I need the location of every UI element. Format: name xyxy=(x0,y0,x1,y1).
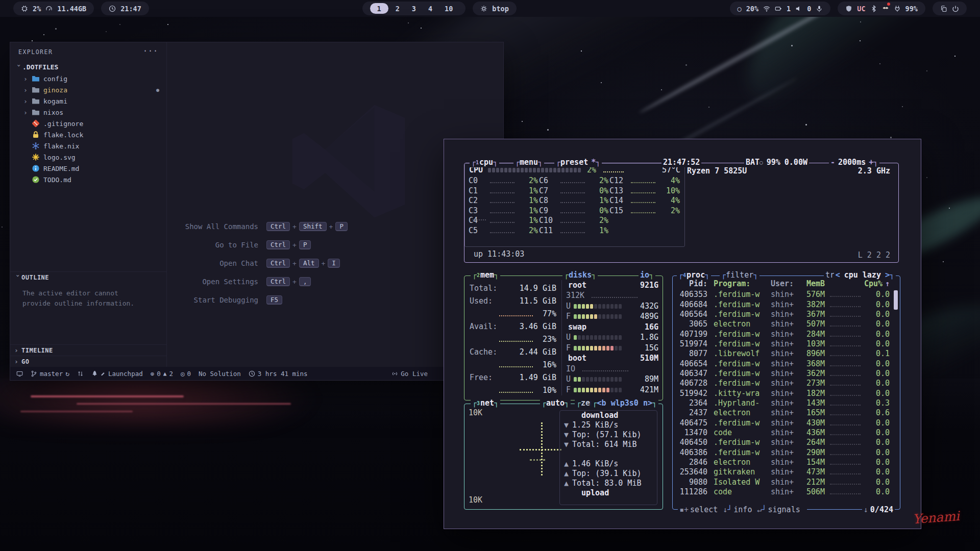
cpu-box-title[interactable]: ┌1cpu┐ xyxy=(470,158,499,167)
rocket-icon xyxy=(91,370,98,377)
core-column-b: C62%C70%C81%C90%C102%C111% xyxy=(539,176,608,236)
tree-root[interactable]: › .DOTFILES xyxy=(10,61,166,73)
problems-item[interactable]: ⊗ 0 ▲ 2 xyxy=(151,370,173,378)
process-row[interactable]: 407199 .ferdium-w shin+ 284M 0.0 xyxy=(676,329,890,339)
keybinding-hints: Show All Commands Ctrl+Shift+P Go to Fil… xyxy=(182,222,422,305)
process-row[interactable]: 111286 code shin+ 506M 0.0 xyxy=(676,487,890,497)
process-user: shin+ xyxy=(771,359,799,369)
workspace-button[interactable]: 4 xyxy=(423,2,437,15)
net-interface[interactable]: ┌<b wlp3s0 n>┐ xyxy=(591,398,658,408)
remote-window-button[interactable] xyxy=(16,370,23,377)
process-row[interactable]: 2437 electron shin+ 165M 0.6 xyxy=(676,408,890,418)
file-name: kogami xyxy=(43,97,67,105)
clock-time: 21:47 xyxy=(120,5,141,13)
disks-title[interactable]: ┌disks┐ xyxy=(562,270,598,280)
process-row[interactable]: 406728 .ferdium-w shin+ 273M 0.0 xyxy=(676,379,890,388)
process-row[interactable]: 13470 code shin+ 436M 0.0 xyxy=(676,428,890,438)
process-row[interactable]: 519942 .kitty-wra shin+ 182M 0.0 xyxy=(676,388,890,398)
tree-item[interactable]: › flake.nix xyxy=(10,140,166,152)
key-cap: P xyxy=(299,240,311,249)
process-row[interactable]: 253640 gitkraken shin+ 473M 0.0 xyxy=(676,467,890,477)
process-name: .ferdium-w xyxy=(714,339,771,349)
tree-item[interactable]: › README.md xyxy=(10,163,166,174)
process-user: shin+ xyxy=(771,379,799,388)
process-cpu: 0.3 xyxy=(861,398,890,408)
preset-button[interactable]: ┌preset*┐ xyxy=(554,158,602,167)
process-row[interactable]: 9080 Isolated W shin+ 212M 0.0 xyxy=(676,478,890,487)
go-header[interactable]: › GO xyxy=(10,356,166,367)
power-icon[interactable] xyxy=(952,5,959,12)
key-cap: Ctrl xyxy=(266,277,290,286)
mem-box-title[interactable]: ┌2mem┐ xyxy=(471,270,500,280)
git-compare-item[interactable] xyxy=(77,370,84,377)
tray-widget[interactable]: UC 99% xyxy=(838,2,925,15)
process-mem: 290M xyxy=(799,448,825,458)
tree-item[interactable]: › ginoza ● xyxy=(10,84,166,95)
git-branch-item[interactable]: master ↻ xyxy=(31,370,69,378)
explorer-more-icon[interactable]: ··· xyxy=(143,46,158,56)
solution-item[interactable]: No Solution xyxy=(199,370,241,378)
workspace-button[interactable]: 10 xyxy=(439,2,458,15)
tree-item[interactable]: › flake.lock xyxy=(10,129,166,140)
outline-header[interactable]: › OUTLINE xyxy=(10,271,166,283)
file-icon xyxy=(32,74,40,83)
timeline-header[interactable]: › TIMELINE xyxy=(10,344,166,356)
tree-item[interactable]: › config xyxy=(10,73,166,84)
proc-footer-keys[interactable]: ▪+select ↓┘info ↵┘signals xyxy=(678,505,807,515)
process-pid: 406475 xyxy=(676,418,707,428)
time-tracker-item[interactable]: 3 hrs 41 mins xyxy=(249,370,308,378)
tree-item[interactable]: › TODO.md xyxy=(10,174,166,185)
mem-row: Avail: 3.46 GiB xyxy=(470,320,556,333)
process-row[interactable]: 406347 .ferdium-w shin+ 362M 0.0 xyxy=(676,369,890,379)
process-user: shin+ xyxy=(771,448,799,458)
process-row[interactable]: 406386 .ferdium-w shin+ 290M 0.0 xyxy=(676,448,890,458)
process-row[interactable]: 2364 .Hyprland- shin+ 143M 0.3 xyxy=(676,398,890,408)
io-title[interactable]: io┐ xyxy=(639,270,655,280)
bluetooth-icon[interactable] xyxy=(870,5,877,12)
sync-icon[interactable]: ↻ xyxy=(65,370,69,378)
process-user: shin+ xyxy=(771,438,799,447)
process-row[interactable]: 406564 .ferdium-w shin+ 367M 0.0 xyxy=(676,310,890,319)
ports-item[interactable]: ◎ 0 xyxy=(181,370,191,378)
keyboard-layout[interactable]: UC xyxy=(857,5,865,13)
clock-icon xyxy=(109,5,116,12)
clock-widget[interactable]: 21:47 xyxy=(101,2,149,15)
notification-tray-icon[interactable] xyxy=(882,4,889,13)
tree-item[interactable]: › kogami xyxy=(10,95,166,107)
process-cpu: 0.0 xyxy=(861,458,890,467)
workspace-button[interactable]: 2 xyxy=(390,2,405,15)
process-row[interactable]: 2846 electron shin+ 154M 0.0 xyxy=(676,458,890,467)
clipboard-icon[interactable] xyxy=(940,5,947,12)
mem-stats: Total: 14.9 GiB Used: 11.5 GiB 77% xyxy=(470,282,556,397)
process-cpu: 0.0 xyxy=(861,290,890,299)
active-window-widget[interactable]: btop xyxy=(473,2,517,15)
go-live-button[interactable]: Go Live xyxy=(391,370,428,378)
launchpad-item[interactable]: Launchpad xyxy=(91,370,143,378)
process-pid: 8077 xyxy=(676,349,707,359)
vscode-status-bar: master ↻ Launchpad ⊗ 0 ▲ 2 ◎ 0 No Soluti… xyxy=(10,367,503,380)
process-row[interactable]: 406353 .ferdium-w shin+ 576M 0.0 xyxy=(676,290,890,299)
process-row[interactable]: 406654 .ferdium-w shin+ 368M 0.0 xyxy=(676,359,890,368)
system-stats-widget[interactable]: 2% 11.44GB xyxy=(13,2,94,15)
process-row[interactable]: 406450 .ferdium-w shin+ 264M 0.0 xyxy=(676,438,890,447)
proc-table-header[interactable]: Pid: Program: User: MemB Cpu% ↑ xyxy=(676,279,890,289)
process-row[interactable]: 519974 .ferdium-w shin+ 103M 0.0 xyxy=(676,339,890,349)
workspace-button[interactable]: 3 xyxy=(407,2,421,15)
tree-item[interactable]: › nixos xyxy=(10,107,166,118)
menu-button[interactable]: ┌menu┐ xyxy=(513,158,544,167)
process-row[interactable]: 3065 electron shin+ 507M 0.0 xyxy=(676,319,890,329)
process-row[interactable]: 406684 .ferdium-w shin+ 382M 0.0 xyxy=(676,299,890,309)
mem-row: Total: 14.9 GiB xyxy=(470,282,556,295)
tree-item[interactable]: › logo.svg xyxy=(10,152,166,163)
process-mem: 103M xyxy=(799,339,825,349)
proc-scrollbar[interactable] xyxy=(894,290,898,310)
process-mem: 576M xyxy=(799,290,825,299)
hardware-widget[interactable]: ○ 20% 1 0 xyxy=(730,2,831,15)
cpu-icon xyxy=(21,5,28,12)
kbd-battery-value: 1 xyxy=(787,5,791,13)
battery-status: BAT○ 99% 0.00W xyxy=(744,158,809,167)
workspace-button[interactable]: 1 xyxy=(370,3,388,14)
process-row[interactable]: 406475 .ferdium-w shin+ 430M 0.0 xyxy=(676,418,890,428)
process-row[interactable]: 8077 .librewolf shin+ 896M 0.1 xyxy=(676,349,890,359)
tree-item[interactable]: › .gitignore xyxy=(10,118,166,129)
